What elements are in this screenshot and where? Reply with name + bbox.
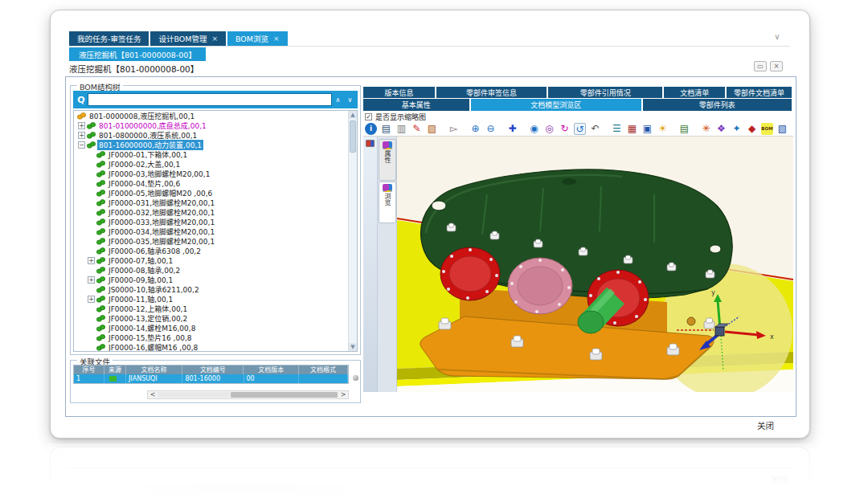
table-cell — [299, 374, 348, 384]
detail-tab-1[interactable]: 零部件审签信息 — [436, 87, 547, 98]
viewer-side-tab-0[interactable]: 属性 — [379, 139, 396, 181]
table-horizontal-scrollbar[interactable]: < > — [147, 390, 349, 399]
search-nav-buttons: ∧ ∨ — [332, 96, 356, 104]
column-header: 文档版本 — [244, 365, 299, 374]
tree-item[interactable]: JF0000-08,轴承,00,2 — [74, 265, 348, 275]
scroll-thumb[interactable] — [231, 392, 338, 398]
tree-item[interactable]: JF0000-02,大盖,00,1 — [74, 159, 348, 169]
tree-item[interactable]: +JF0000-11,轴,00,1 — [74, 294, 348, 304]
palette-icon[interactable]: ▨ — [426, 123, 438, 135]
minimize-icon[interactable]: ▭ — [754, 61, 767, 71]
rotate-icon[interactable]: ↻ — [559, 123, 571, 135]
markup-pen-icon[interactable]: ✎ — [411, 123, 423, 135]
search-prev-icon[interactable]: ∧ — [336, 96, 341, 104]
tree-item[interactable]: +JF0000-09,轴,00,1 — [74, 275, 348, 284]
tree-item[interactable]: +801-010000000,底盘总成,00,1 — [74, 120, 348, 130]
section-icon[interactable]: ◆ — [746, 123, 758, 135]
tree-item[interactable]: JF0000-05,地脚螺帽M20 ,00,6 — [74, 188, 348, 198]
search-input[interactable] — [88, 93, 332, 106]
scroll-left-icon[interactable]: < — [148, 391, 158, 398]
zoom-window-icon[interactable]: ◉ — [528, 123, 540, 135]
table-row[interactable]: 1JIANSUQI801-1600000 — [74, 374, 348, 384]
main-tab-2[interactable]: BOM浏览× — [227, 31, 288, 46]
layers-icon[interactable]: ☰ — [611, 123, 623, 135]
zoom-in-icon[interactable]: ⊕ — [469, 123, 481, 135]
view-camera-icon[interactable]: ▣ — [641, 123, 653, 135]
print-preview-icon[interactable]: ▤ — [380, 123, 392, 135]
expand-icon[interactable]: + — [88, 276, 95, 284]
show-thumbnail-checkbox[interactable]: ✓ — [365, 113, 372, 120]
tree-item[interactable]: JS0000-10,轴承6211,00,2 — [74, 284, 348, 294]
part-icon — [96, 228, 105, 235]
scroll-right-icon[interactable]: > — [338, 391, 348, 398]
tree-item[interactable]: JF0000-12,上箱体,00,1 — [74, 304, 348, 313]
scroll-down-icon[interactable]: ▼ — [349, 343, 357, 351]
table-cell: 00 — [244, 374, 300, 384]
column-header: 序号 — [74, 365, 104, 374]
scroll-thumb[interactable] — [350, 120, 356, 153]
zoom-select-icon[interactable]: ◎ — [543, 123, 555, 135]
tree-item[interactable]: JF0000-14,螺栓M16,00,8 — [74, 323, 348, 333]
chevron-down-icon[interactable]: ∨ — [771, 31, 784, 43]
main-tab-0[interactable]: 我的任务-审签任务 — [69, 31, 149, 46]
viewport-3d[interactable]: x y — [397, 137, 793, 392]
detail-tab-4[interactable]: 零部件文档清单 — [727, 87, 792, 98]
expand-icon[interactable]: + — [78, 122, 85, 129]
tree-item[interactable]: JF0000-031,地脚螺栓M20,00,1 — [74, 198, 348, 207]
tree-item[interactable]: JF0000-035,地脚螺栓M20,00,1 — [74, 236, 348, 246]
expand-icon[interactable]: + — [78, 132, 85, 139]
light-icon[interactable]: ☀ — [657, 123, 669, 135]
tree-item[interactable]: 801-0000008,液压挖掘机,00,1 — [74, 111, 348, 120]
tree-item[interactable]: +JF0000-07,轴,00,1 — [74, 255, 348, 265]
detail-tab-0[interactable]: 版本信息 — [363, 87, 435, 98]
print-icon[interactable]: ▥ — [395, 123, 407, 135]
info-icon[interactable]: i — [365, 123, 377, 135]
select-cursor-icon[interactable]: ▻ — [448, 123, 460, 135]
orbit-icon[interactable]: ↺ — [574, 123, 586, 135]
tree-item[interactable]: JF0000-01,下箱体,00,1 — [74, 149, 348, 159]
search-next-icon[interactable]: ∨ — [348, 96, 353, 104]
screen-icon[interactable]: ▧ — [776, 123, 788, 135]
tree-item[interactable]: JF0000-032,地脚螺栓M20,00,1 — [74, 207, 348, 217]
pan-icon[interactable]: ✚ — [506, 123, 518, 135]
tree-item[interactable]: JF0000-16,螺帽M16 ,00,8 — [74, 342, 348, 352]
tree-item[interactable]: JF0000-13,定位销,00,2 — [74, 313, 348, 323]
main-tab-1[interactable]: 设计BOM管理× — [150, 31, 226, 46]
bom-icon[interactable]: BOM — [761, 123, 773, 135]
tree-item[interactable]: JF0000-04,垫片,00,6 — [74, 178, 348, 188]
tree-item[interactable]: JF0000-06,轴承6308 ,00,2 — [74, 246, 348, 255]
zoom-out-icon[interactable]: ⊖ — [485, 123, 497, 135]
image-icon[interactable]: ▤ — [678, 123, 690, 135]
part-icon — [96, 344, 105, 351]
collapse-icon[interactable]: − — [78, 141, 85, 149]
tree-vertical-scrollbar[interactable]: ▲ ▼ — [348, 111, 357, 351]
close-button[interactable]: 关闭 — [757, 419, 774, 431]
detail-subtab-1[interactable]: 文档模型浏览区 — [471, 99, 641, 111]
tree-item[interactable]: JF0000-033,地脚螺栓M20,00,1 — [74, 217, 348, 227]
scroll-up-icon[interactable]: ▲ — [349, 111, 357, 119]
scroll-track[interactable] — [158, 392, 230, 398]
tab-underline — [69, 46, 790, 47]
tree-item[interactable]: +801-0800000,液压系统,00,1 — [74, 130, 348, 140]
detail-tab-3[interactable]: 文档清单 — [664, 87, 725, 98]
color-swatch-icon[interactable] — [366, 140, 375, 147]
grid-icon[interactable]: ▦ — [626, 123, 638, 135]
expand-icon[interactable]: + — [88, 257, 95, 264]
tools-icon[interactable]: ❖ — [715, 123, 727, 135]
undo-view-icon[interactable]: ↶ — [589, 123, 601, 135]
detail-subtab-2[interactable]: 零部件列表 — [643, 99, 792, 111]
document-subtab[interactable]: 液压挖掘机【801-0000008-00】 — [69, 47, 206, 61]
tree-item[interactable]: JF0000-034,地脚螺栓M20,00,1 — [74, 227, 348, 236]
tab-close-icon[interactable]: × — [273, 35, 280, 43]
explode-icon[interactable]: ✳ — [700, 123, 712, 135]
expand-icon[interactable]: + — [88, 296, 95, 303]
measure-icon[interactable]: ✦ — [731, 123, 743, 135]
detail-subtab-0[interactable]: 基本属性 — [363, 99, 469, 111]
tree-item[interactable]: JF0000-03,地脚螺栓M20,00,1 — [74, 169, 348, 178]
tree-item[interactable]: −801-16000000,动力装置,00,1 — [74, 140, 348, 149]
viewer-side-tab-1[interactable]: 浏览 — [379, 182, 396, 223]
tree-item[interactable]: JF0000-15,垫片16 ,00,8 — [74, 333, 348, 342]
tab-close-icon[interactable]: × — [211, 35, 218, 43]
detail-tab-2[interactable]: 零部件引用情况 — [548, 87, 662, 98]
close-icon[interactable]: × — [770, 61, 783, 71]
